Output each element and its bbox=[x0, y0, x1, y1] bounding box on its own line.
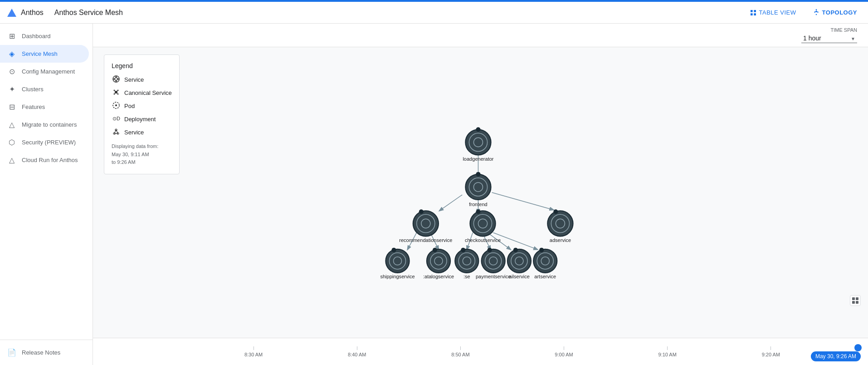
content-header: Time Span 1 hour Last 5 minutes Last 15 … bbox=[93, 24, 868, 47]
timeline-tick-1: 8:40 AM bbox=[348, 346, 366, 357]
legend-item-service2: Service bbox=[112, 128, 172, 137]
node-frontend[interactable]: frontend bbox=[465, 172, 491, 207]
main-layout: ⊞ Dashboard ◈ Service Mesh ⊙ Config Mana… bbox=[0, 24, 868, 365]
legend-item-pod: Pod bbox=[112, 101, 172, 111]
sidebar-item-cloud-run[interactable]: △ Cloud Run for Anthos bbox=[0, 151, 89, 169]
app-name: Anthos bbox=[21, 9, 44, 17]
node-label-catalogservice: :atalogservice bbox=[423, 274, 454, 279]
graph-area: Legend Service Canonical Service bbox=[93, 47, 868, 338]
svg-text:⊙D: ⊙D bbox=[112, 116, 120, 121]
time-span-container: Time Span 1 hour Last 5 minutes Last 15 … bbox=[801, 27, 857, 43]
svg-point-38 bbox=[476, 127, 480, 132]
node-artservice[interactable]: artservice bbox=[533, 248, 557, 279]
time-span-select-wrapper: 1 hour Last 5 minutes Last 15 minutes La… bbox=[801, 34, 857, 43]
release-notes-icon: 📄 bbox=[7, 348, 16, 357]
tick-label-1: 8:40 AM bbox=[348, 352, 366, 357]
security-icon: ⬡ bbox=[7, 138, 16, 147]
sidebar-item-config-management[interactable]: ⊙ Config Management bbox=[0, 63, 89, 80]
svg-point-66 bbox=[461, 248, 465, 252]
legend-service2-icon bbox=[112, 128, 121, 137]
node-label-recommendationservice: recommendationservice bbox=[399, 237, 452, 243]
svg-point-5 bbox=[118, 79, 119, 80]
svg-point-58 bbox=[391, 248, 396, 252]
svg-point-4 bbox=[113, 79, 115, 80]
timeline-current-badge: May 30, 9:26 AM bbox=[811, 351, 861, 361]
migrate-icon: △ bbox=[7, 120, 16, 129]
time-span-label: Time Span 1 hour Last 5 minutes Last 15 … bbox=[801, 27, 857, 43]
timeline-tick-3: 9:00 AM bbox=[555, 346, 573, 357]
timeline-current-indicator bbox=[854, 344, 862, 351]
legend-item-deployment: ⊙D Deployment bbox=[112, 114, 172, 124]
node-se[interactable]: :se bbox=[455, 248, 478, 279]
svg-point-42 bbox=[476, 172, 480, 177]
tick-mark bbox=[564, 346, 564, 350]
legend-item-canonical-service: Canonical Service bbox=[112, 88, 172, 98]
top-bar: Anthos Anthos Service Mesh TABLE VIEW TO… bbox=[0, 2, 868, 24]
node-label-loadgenerator: loadgenerator bbox=[463, 156, 493, 162]
cloud-run-icon: △ bbox=[7, 156, 16, 164]
topology-icon bbox=[813, 9, 820, 16]
node-catalogservice[interactable]: :atalogservice bbox=[423, 248, 454, 279]
page-title: Anthos Service Mesh bbox=[54, 9, 123, 17]
sidebar-item-dashboard[interactable]: ⊞ Dashboard bbox=[0, 27, 89, 45]
legend-panel: Legend Service Canonical Service bbox=[104, 54, 180, 174]
node-loadgenerator[interactable]: loadgenerator bbox=[463, 127, 493, 161]
node-checkoutservice[interactable]: checkoutservice bbox=[465, 209, 501, 242]
anthos-logo-icon bbox=[7, 9, 16, 17]
node-recommendationservice[interactable]: recommendationservice bbox=[399, 209, 452, 242]
svg-point-2 bbox=[116, 76, 117, 78]
sidebar-item-service-mesh[interactable]: ◈ Service Mesh bbox=[0, 45, 89, 63]
tick-label-4: 9:10 AM bbox=[658, 352, 677, 357]
tick-mark bbox=[770, 346, 771, 350]
tick-mark bbox=[357, 346, 357, 350]
svg-line-28 bbox=[492, 192, 554, 210]
legend-title: Legend bbox=[112, 62, 172, 69]
node-label-ailservice: ailservice bbox=[509, 274, 530, 279]
timeline: 8:30 AM 8:40 AM 8:50 AM 9:00 AM 9:10 AM bbox=[93, 338, 868, 365]
node-label-adservice: adservice bbox=[550, 237, 571, 243]
node-paymentservice[interactable]: paymentservice bbox=[476, 248, 511, 279]
timeline-tick-0: 8:30 AM bbox=[244, 346, 263, 357]
legend-pod-icon bbox=[112, 101, 121, 111]
svg-point-62 bbox=[433, 248, 437, 252]
node-label-se: :se bbox=[463, 274, 470, 279]
svg-point-54 bbox=[553, 209, 558, 214]
sidebar: ⊞ Dashboard ◈ Service Mesh ⊙ Config Mana… bbox=[0, 24, 93, 365]
grid-view-button[interactable] bbox=[850, 295, 861, 306]
node-shippingservice[interactable]: shippingservice bbox=[380, 248, 414, 279]
node-ailservice[interactable]: ailservice bbox=[507, 248, 531, 279]
time-span-select[interactable]: 1 hour Last 5 minutes Last 15 minutes La… bbox=[801, 34, 857, 43]
sidebar-item-migrate-containers[interactable]: △ Migrate to containers bbox=[0, 116, 89, 133]
tick-label-5: 9:20 AM bbox=[762, 352, 780, 357]
svg-line-26 bbox=[439, 195, 462, 211]
tick-mark bbox=[254, 346, 254, 350]
sidebar-item-clusters[interactable]: ✦ Clusters bbox=[0, 80, 89, 98]
legend-service-icon bbox=[112, 75, 121, 84]
svg-point-74 bbox=[513, 248, 518, 252]
node-label-checkoutservice: checkoutservice bbox=[465, 237, 501, 243]
svg-point-70 bbox=[488, 248, 492, 252]
app-logo: Anthos bbox=[7, 9, 44, 17]
svg-point-1 bbox=[115, 78, 117, 80]
sidebar-item-security[interactable]: ⬡ Security (PREVIEW) bbox=[0, 133, 89, 151]
node-label-paymentservice: paymentservice bbox=[476, 274, 511, 279]
node-adservice[interactable]: adservice bbox=[547, 209, 573, 242]
legend-canonical-icon bbox=[112, 88, 121, 98]
topology-view-button[interactable]: TOPOLOGY bbox=[809, 7, 861, 18]
legend-item-service: Service bbox=[112, 75, 172, 84]
timeline-tick-5: 9:20 AM bbox=[762, 346, 780, 357]
timeline-ticks: 8:30 AM 8:40 AM 8:50 AM 9:00 AM 9:10 AM bbox=[93, 346, 868, 357]
tick-label-2: 8:50 AM bbox=[451, 352, 469, 357]
sidebar-item-features[interactable]: ⊟ Features bbox=[0, 98, 89, 116]
legend-deployment-icon: ⊙D bbox=[112, 114, 121, 124]
table-view-icon bbox=[750, 9, 757, 16]
tick-mark bbox=[667, 346, 668, 350]
timeline-tick-4: 9:10 AM bbox=[658, 346, 677, 357]
node-label-shippingservice: shippingservice bbox=[380, 274, 414, 279]
svg-point-50 bbox=[476, 209, 480, 214]
sidebar-bottom: 📄 Release Notes bbox=[0, 340, 93, 361]
topology-graph: loadgenerator frontend recommendatio bbox=[93, 47, 868, 338]
config-icon: ⊙ bbox=[7, 67, 16, 76]
table-view-button[interactable]: TABLE VIEW bbox=[746, 7, 800, 18]
sidebar-item-release-notes[interactable]: 📄 Release Notes bbox=[0, 344, 89, 361]
